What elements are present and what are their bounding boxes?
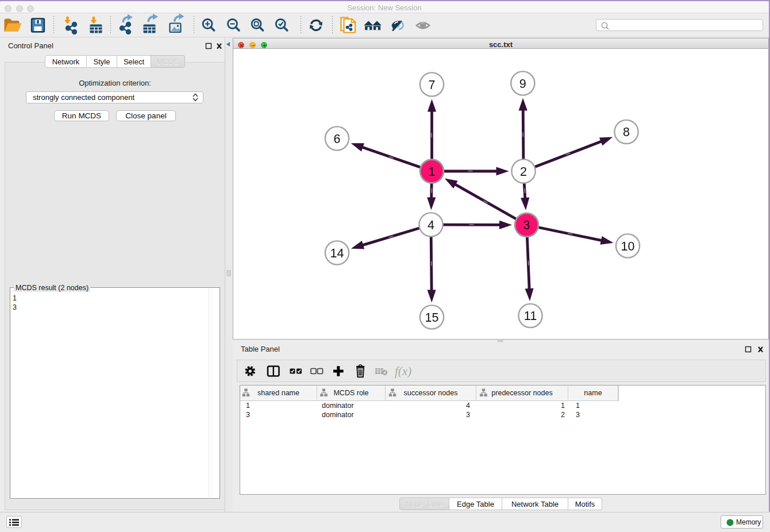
svg-text:1: 1 [429,165,436,179]
svg-text:8: 8 [623,125,630,139]
svg-text:15: 15 [425,311,439,325]
svg-text:2: 2 [520,165,527,179]
svg-text:10: 10 [621,240,635,253]
svg-text:4: 4 [428,218,434,232]
svg-text:3: 3 [523,218,530,232]
svg-text:7: 7 [429,78,436,92]
svg-text:14: 14 [330,246,344,260]
svg-text:11: 11 [524,309,537,323]
svg-text:6: 6 [334,132,341,146]
svg-text:f(x): f(x) [395,364,411,378]
svg-text:9: 9 [519,77,526,91]
